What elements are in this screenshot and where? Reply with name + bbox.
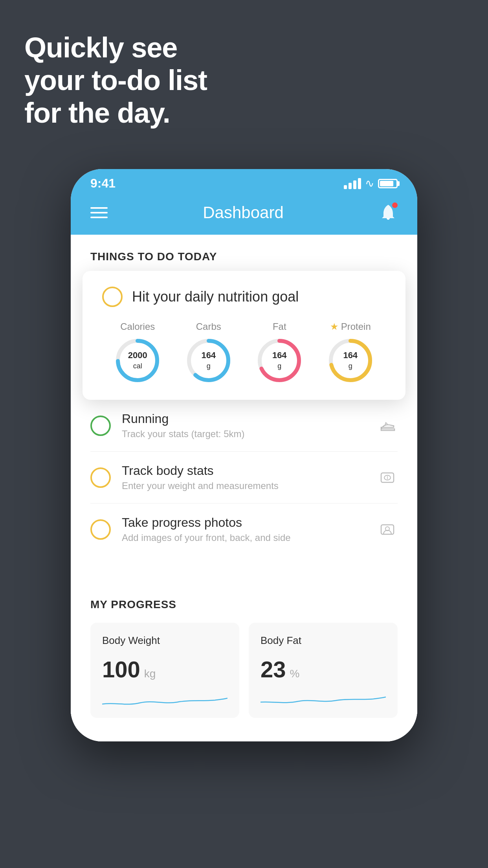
protein-label: ★ Protein	[330, 321, 371, 332]
carbs-circle: 164 g	[185, 337, 232, 384]
protein-circle: 164 g	[327, 337, 374, 384]
notifications-button[interactable]	[379, 202, 398, 223]
scale-icon	[377, 467, 398, 488]
phone-mockup: 9:41 ∿ Dashboard	[71, 169, 417, 741]
todo-list: Running Track your stats (target: 5km) T…	[71, 400, 417, 555]
progress-photos-status-circle	[90, 519, 111, 540]
body-fat-chart	[261, 690, 386, 710]
calories-circle: 2000 cal	[114, 337, 161, 384]
star-icon: ★	[330, 321, 339, 332]
menu-button[interactable]	[90, 207, 108, 218]
body-fat-value: 23 %	[261, 656, 386, 682]
body-fat-unit: %	[290, 668, 300, 680]
nutrition-card-title: Hit your daily nutrition goal	[132, 289, 299, 305]
body-stats-text: Track body stats Enter your weight and m…	[122, 463, 366, 491]
body-weight-chart	[102, 690, 227, 710]
things-section-header: THINGS TO DO TODAY	[71, 235, 417, 271]
body-stats-status-circle	[90, 467, 111, 488]
headline: Quickly see your to-do list for the day.	[24, 31, 207, 129]
protein-value: 164 g	[343, 350, 358, 371]
status-bar: 9:41 ∿	[71, 169, 417, 195]
wifi-icon: ∿	[365, 177, 374, 190]
person-photo-icon	[377, 519, 398, 540]
fat-label: Fat	[273, 321, 286, 332]
body-weight-title: Body Weight	[102, 634, 227, 647]
header-title: Dashboard	[203, 203, 283, 222]
running-shoe-icon	[377, 416, 398, 436]
status-icons: ∿	[344, 177, 398, 190]
body-weight-value: 100 kg	[102, 656, 227, 682]
body-weight-number: 100	[102, 656, 140, 682]
calories-label: Calories	[120, 321, 155, 332]
fat-value: 164 g	[272, 350, 287, 371]
nutrition-status-circle	[102, 287, 123, 307]
body-fat-number: 23	[261, 656, 286, 682]
running-status-circle	[90, 416, 111, 436]
progress-section: MY PROGRESS Body Weight 100 kg	[71, 579, 417, 741]
battery-icon	[378, 179, 398, 188]
card-title-row: Hit your daily nutrition goal	[102, 287, 386, 307]
todo-body-stats[interactable]: Track body stats Enter your weight and m…	[90, 452, 398, 504]
progress-photos-sub: Add images of your front, back, and side	[122, 532, 366, 543]
phone-content: THINGS TO DO TODAY Hit your daily nutrit…	[71, 235, 417, 741]
nutrition-fat: Fat 164 g	[256, 321, 303, 384]
calories-value: 2000 cal	[128, 350, 147, 371]
progress-photos-text: Take progress photos Add images of your …	[122, 515, 366, 543]
body-stats-sub: Enter your weight and measurements	[122, 480, 366, 491]
running-text: Running Track your stats (target: 5km)	[122, 412, 366, 440]
body-fat-card[interactable]: Body Fat 23 %	[249, 623, 398, 718]
body-fat-title: Body Fat	[261, 634, 386, 647]
notification-dot	[392, 202, 398, 208]
progress-header: MY PROGRESS	[90, 598, 398, 611]
body-weight-card[interactable]: Body Weight 100 kg	[90, 623, 239, 718]
todo-running[interactable]: Running Track your stats (target: 5km)	[90, 400, 398, 452]
body-weight-unit: kg	[144, 668, 156, 680]
fat-circle: 164 g	[256, 337, 303, 384]
carbs-label: Carbs	[196, 321, 221, 332]
spacer	[71, 555, 417, 579]
progress-photos-name: Take progress photos	[122, 515, 366, 530]
body-stats-name: Track body stats	[122, 463, 366, 478]
signal-bars-icon	[344, 178, 361, 189]
progress-cards: Body Weight 100 kg Body Fat 23	[90, 623, 398, 718]
nutrition-card[interactable]: Hit your daily nutrition goal Calories 2…	[83, 271, 405, 400]
nutrition-carbs: Carbs 164 g	[185, 321, 232, 384]
running-name: Running	[122, 412, 366, 426]
running-sub: Track your stats (target: 5km)	[122, 428, 366, 440]
status-time: 9:41	[90, 176, 116, 191]
todo-progress-photos[interactable]: Take progress photos Add images of your …	[90, 504, 398, 555]
nutrition-row: Calories 2000 cal Carbs	[102, 321, 386, 384]
nutrition-protein: ★ Protein 164 g	[327, 321, 374, 384]
svg-rect-11	[381, 525, 394, 534]
app-header: Dashboard	[71, 195, 417, 235]
carbs-value: 164 g	[201, 350, 216, 371]
nutrition-calories: Calories 2000 cal	[114, 321, 161, 384]
